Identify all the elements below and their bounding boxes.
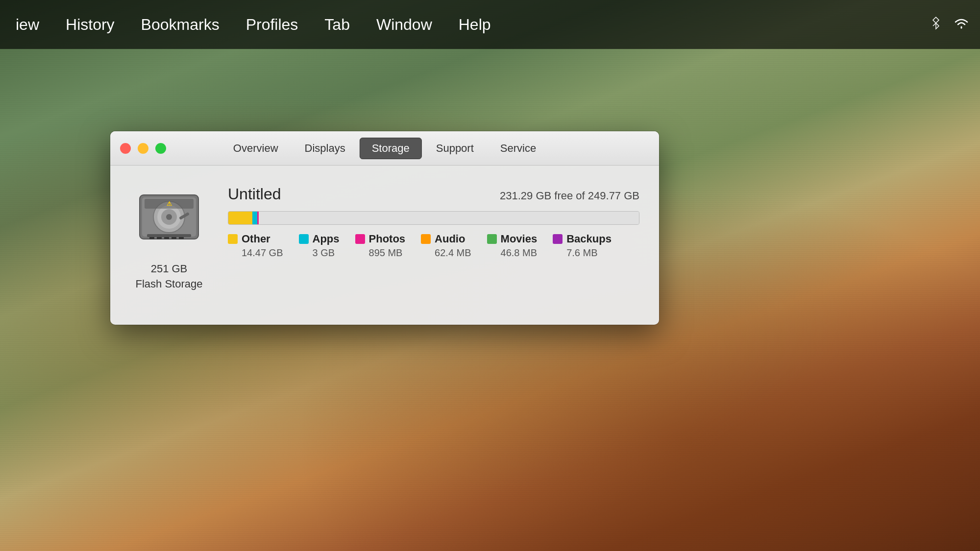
menubar-item-window[interactable]: Window <box>370 12 438 38</box>
desktop: iew History Bookmarks Profiles Tab Windo… <box>0 0 980 551</box>
legend-label-other: Other <box>242 233 270 245</box>
legend-label-photos: Photos <box>369 233 406 245</box>
tab-service[interactable]: Service <box>488 138 548 159</box>
menubar-item-profiles[interactable]: Profiles <box>240 12 304 38</box>
legend-label-apps: Apps <box>313 233 340 245</box>
tab-storage[interactable]: Storage <box>360 138 422 159</box>
svg-rect-9 <box>147 234 191 237</box>
storage-header: Untitled 231.29 GB free of 249.77 GB <box>228 185 639 203</box>
legend-dot-audio <box>421 234 431 244</box>
storage-legend: Other 14.47 GB Apps 3 GB <box>228 233 639 259</box>
legend-size-apps: 3 GB <box>299 247 335 259</box>
drive-icon: ⚠ <box>132 180 206 254</box>
tab-overview[interactable]: Overview <box>221 138 291 159</box>
minimize-button[interactable] <box>138 143 148 154</box>
legend-movies: Movies 46.8 MB <box>487 233 538 259</box>
window-controls <box>120 143 166 154</box>
bar-segment-other <box>228 212 252 224</box>
content-area: ⚠ 251 GB Flash Storage Untitled <box>110 166 659 307</box>
menubar: iew History Bookmarks Profiles Tab Windo… <box>0 0 980 49</box>
drive-capacity-label: 251 GB Flash Storage <box>136 262 203 292</box>
menubar-item-bookmarks[interactable]: Bookmarks <box>135 12 225 38</box>
legend-size-movies: 46.8 MB <box>487 247 537 259</box>
legend-dot-photos <box>355 234 365 244</box>
legend-size-audio: 62.4 MB <box>421 247 471 259</box>
sysinfo-window: Overview Displays Storage Support Servic… <box>110 131 659 325</box>
legend-dot-movies <box>487 234 497 244</box>
legend-size-photos: 895 MB <box>355 247 403 259</box>
svg-rect-12 <box>164 237 169 239</box>
menubar-right <box>929 16 970 33</box>
maximize-button[interactable] <box>155 143 166 154</box>
legend-apps: Apps 3 GB <box>299 233 340 259</box>
legend-dot-apps <box>299 234 309 244</box>
svg-text:⚠: ⚠ <box>167 200 172 207</box>
menubar-item-view[interactable]: iew <box>10 12 45 38</box>
storage-section: Untitled 231.29 GB free of 249.77 GB <box>228 180 639 259</box>
menubar-item-tab[interactable]: Tab <box>318 12 356 38</box>
legend-size-other: 14.47 GB <box>228 247 283 259</box>
svg-rect-10 <box>149 237 154 239</box>
tab-displays[interactable]: Displays <box>293 138 358 159</box>
bar-segment-free <box>259 212 639 224</box>
wifi-signal-icon <box>953 16 970 33</box>
legend-size-backups: 7.6 MB <box>553 247 597 259</box>
storage-free-text: 231.29 GB free of 249.77 GB <box>500 190 639 202</box>
legend-audio: Audio 62.4 MB <box>421 233 471 259</box>
title-bar: Overview Displays Storage Support Servic… <box>110 131 659 166</box>
tab-support[interactable]: Support <box>424 138 486 159</box>
bar-segment-apps <box>252 212 257 224</box>
legend-backups: Backups 7.6 MB <box>553 233 612 259</box>
menubar-item-help[interactable]: Help <box>453 12 497 38</box>
legend-label-backups: Backups <box>566 233 612 245</box>
legend-label-movies: Movies <box>501 233 538 245</box>
drive-section: ⚠ 251 GB Flash Storage <box>130 180 208 292</box>
svg-point-5 <box>166 214 172 220</box>
tab-bar: Overview Displays Storage Support Servic… <box>221 138 548 159</box>
legend-photos: Photos 895 MB <box>355 233 406 259</box>
legend-other: Other 14.47 GB <box>228 233 283 259</box>
legend-dot-backups <box>553 234 563 244</box>
legend-label-audio: Audio <box>435 233 465 245</box>
volume-name: Untitled <box>228 185 281 203</box>
svg-rect-13 <box>172 237 176 239</box>
svg-rect-11 <box>157 237 162 239</box>
legend-dot-other <box>228 234 238 244</box>
storage-bar <box>228 211 639 225</box>
storage-bar-inner <box>228 212 639 224</box>
wifi-icon <box>929 16 943 33</box>
close-button[interactable] <box>120 143 131 154</box>
menubar-item-history[interactable]: History <box>60 12 121 38</box>
svg-rect-14 <box>179 237 184 239</box>
